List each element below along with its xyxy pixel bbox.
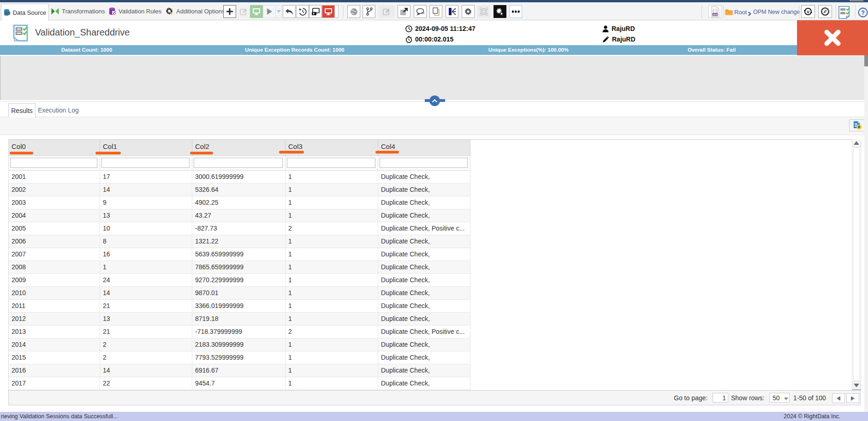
svg-text:{:}: {:} (712, 9, 718, 12)
svg-text:?: ? (861, 9, 865, 16)
svg-text:V: V (807, 10, 809, 14)
svg-text:JSON: JSON (713, 13, 718, 16)
